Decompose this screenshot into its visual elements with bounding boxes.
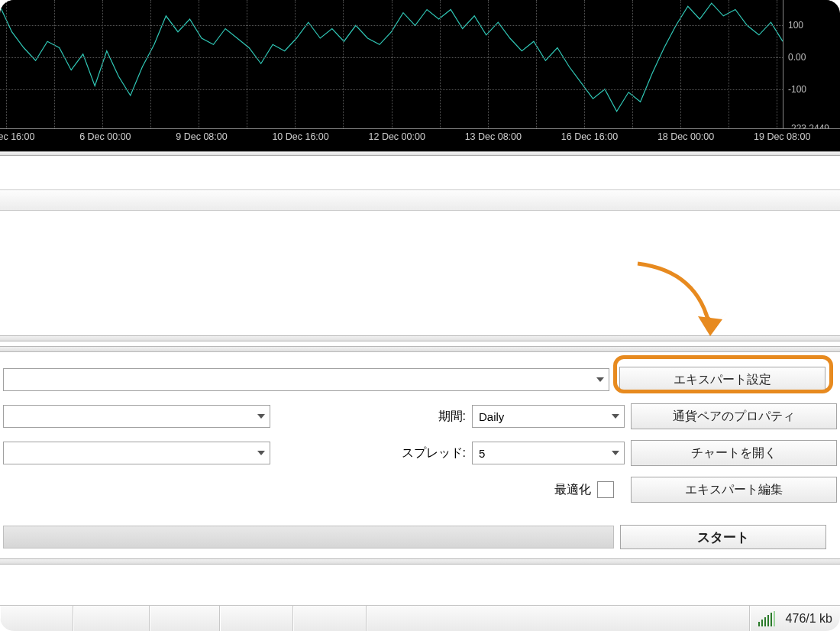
status-cell [367, 606, 750, 631]
kb-text: 476/1 kb [786, 612, 832, 626]
start-button[interactable]: スタート [620, 525, 826, 549]
status-cell [73, 606, 150, 631]
expert-edit-label: エキスパート編集 [685, 482, 783, 498]
y-axis: 1000.00-100-223.2449 [783, 0, 840, 128]
status-bar: 476/1 kb [0, 605, 840, 631]
period-label: 期間: [415, 409, 466, 425]
x-axis: 4 Dec 16:006 Dec 00:009 Dec 08:0010 Dec … [0, 128, 840, 151]
chart-plot-area[interactable] [0, 0, 783, 128]
status-cell [293, 606, 367, 631]
spread-select[interactable]: 5 [472, 442, 625, 464]
blank-area [0, 211, 840, 335]
symbol-properties-label: 通貨ペアのプロパティ [673, 409, 795, 425]
status-cell [150, 606, 220, 631]
spread-label: スプレッド: [397, 445, 466, 461]
model-select[interactable] [3, 442, 270, 464]
panel-divider-top [0, 335, 840, 341]
symbol-properties-button[interactable]: 通貨ペアのプロパティ [631, 403, 837, 429]
chevron-down-icon [612, 414, 619, 419]
symbol-select[interactable] [3, 405, 270, 428]
status-cell [0, 606, 73, 631]
chevron-down-icon [596, 377, 604, 382]
signal-icon [758, 611, 780, 626]
panel-divider-mid [0, 346, 840, 352]
tester-settings-panel: エキスパート設定 期間: Daily 通貨ペアのプロパティ スプレッド: 5 チ… [0, 352, 840, 565]
start-label: スタート [697, 529, 749, 546]
expert-settings-button[interactable]: エキスパート設定 [619, 367, 825, 393]
optimization-checkbox[interactable] [597, 481, 614, 498]
panel-divider-bottom [0, 558, 840, 565]
status-cell [220, 606, 293, 631]
expert-settings-label: エキスパート設定 [674, 372, 771, 388]
chevron-down-icon [257, 451, 265, 455]
period-value: Daily [479, 410, 504, 423]
chevron-down-icon [257, 414, 265, 419]
progress-bar [3, 526, 614, 548]
results-panel-blank [0, 156, 840, 189]
expert-edit-button[interactable]: エキスパート編集 [631, 477, 837, 503]
chevron-down-icon [612, 451, 619, 455]
open-chart-button[interactable]: チャートを開く [631, 440, 837, 466]
expert-advisor-select[interactable] [3, 368, 609, 391]
open-chart-label: チャートを開く [691, 445, 777, 461]
period-select[interactable]: Daily [472, 405, 625, 428]
indicator-chart[interactable]: 1000.00-100-223.2449 4 Dec 16:006 Dec 00… [0, 0, 840, 151]
connection-status: 476/1 kb [750, 606, 840, 631]
tab-strip[interactable] [0, 189, 840, 211]
optimization-label: 最適化 [554, 482, 591, 498]
spread-value: 5 [479, 447, 485, 460]
